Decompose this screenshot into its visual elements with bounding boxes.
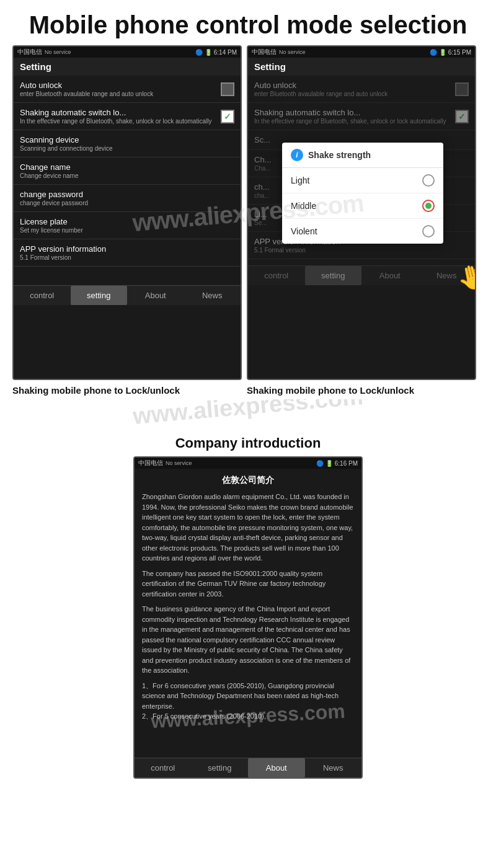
shake-popup-title: Shake strength [308,150,371,160]
company-nav-control[interactable]: control [135,758,192,777]
right-status-icons: 🔵 🔋 6:15 PM [430,49,471,56]
left-nav-control[interactable]: control [14,286,71,305]
right-ch1-title: Ch... [254,155,271,164]
shaking-checkbox[interactable] [221,110,234,123]
shake-option-middle[interactable]: Middle [282,193,443,219]
spacer-right [248,259,475,265]
company-time: 6:16 PM [335,460,358,467]
auto-unlock-text: Auto unlock enter Bluetooth avaulable ra… [20,81,153,97]
company-para-3: The business guidance agency of the Chin… [142,604,354,676]
change-name-text: Change name Change device name [20,162,79,179]
shake-strength-popup: i Shake strength Light Middle Violent [282,143,443,244]
right-auto-unlock-sub: enter Bluetooth avaulable range and auto… [254,91,388,97]
setting-row-change-name: Change name Change device name [14,157,241,185]
company-para-2: The company has passed the ISO9001:2000 … [142,569,354,600]
bluetooth-icon: 🔵 [195,49,203,56]
right-row-auto-unlock: Auto unlock enter Bluetooth avaulable ra… [248,76,475,103]
shake-option-light[interactable]: Light [282,168,443,193]
company-status-bar: 中国电信 No service 🔵 🔋 6:16 PM [135,458,361,469]
shake-violent-radio[interactable] [422,225,435,237]
left-phone-screen: 中国电信 No service 🔵 🔋 6:14 PM Setting Auto… [12,45,242,380]
scanning-text: Scanning device Scanning and connectiong… [20,135,113,152]
right-app-header: Setting [248,58,475,76]
left-status-icons: 🔵 🔋 6:14 PM [195,49,237,56]
right-sc-text: Sc... [254,135,270,144]
setting-row-change-password: change password change device password [14,185,241,212]
company-carrier: 中国电信 [138,459,163,467]
shaking-title: Shaking automatic switch lo... [20,108,211,117]
info-icon: i [291,149,303,161]
right-ch2-title: ch... [254,182,270,192]
carrier-right: 中国电信 [252,48,277,56]
right-shaking-sub: In the effective range of Bluetooth, sha… [254,118,446,125]
time-left: 6:14 PM [214,49,237,56]
right-status-left: 中国电信 No service [252,48,306,56]
setting-row-scanning: Scanning device Scanning and connectiong… [14,130,241,157]
auto-unlock-checkbox[interactable] [221,82,234,96]
right-phone-screen: 中国电信 No service 🔵 🔋 6:15 PM Setting Auto… [247,45,476,380]
app-version-sub: 5.1 Formal version [20,254,106,261]
right-li-sub: Se... [254,219,267,226]
left-status-left: 中国电信 No service [17,48,71,56]
auto-unlock-title: Auto unlock [20,81,153,90]
carrier-left: 中国电信 [17,48,42,56]
shake-middle-label: Middle [291,201,316,211]
change-name-sub: Change device name [20,172,79,179]
company-nav-news[interactable]: News [305,758,362,777]
right-bluetooth-icon: 🔵 [430,49,437,56]
company-status-left: 中国电信 No service [138,459,192,467]
phones-row: 中国电信 No service 🔵 🔋 6:14 PM Setting Auto… [0,45,496,380]
subtitle-left: Shaking mobile phone to Lock/unlock [12,385,242,396]
license-text: License plate Set my license number [20,217,83,234]
right-ch2-text: ch... cha... [254,182,270,199]
license-title: License plate [20,217,83,226]
right-shaking-title: Shaking automatic switch lo... [254,108,446,117]
right-shaking-checkbox[interactable] [455,110,469,123]
change-name-title: Change name [20,162,79,172]
shaking-text: Shaking automatic switch lo... In the ef… [20,108,211,125]
company-content: 佐敦公司简介 Zhongshan Giordon audio alarm equ… [135,469,361,732]
company-battery-icon: 🔋 [326,460,333,467]
company-nav-about[interactable]: About [248,758,305,777]
left-nav-setting[interactable]: setting [71,286,128,305]
setting-row-license: License plate Set my license number [14,212,241,239]
setting-row-app-version: APP version information 5.1 Formal versi… [14,239,241,267]
scanning-sub: Scanning and connectiong device [20,145,113,152]
right-auto-unlock-checkbox[interactable] [455,82,469,96]
right-status-bar: 中国电信 No service 🔵 🔋 6:15 PM [248,46,475,58]
shake-popup-header: i Shake strength [282,143,443,168]
right-auto-unlock-title: Auto unlock [254,81,388,90]
left-nav-bar: control setting About News [14,285,241,305]
company-para-4: 1、For 6 consecutive years (2005-2010), G… [142,681,354,722]
right-nav-setting[interactable]: setting [305,266,362,285]
no-service-left: No service [45,49,71,55]
no-service-right: No service [279,49,306,55]
company-para-1: Zhongshan Giordon audio alarm equipment … [142,492,354,564]
shake-light-radio[interactable] [422,174,435,187]
right-nav-about[interactable]: About [361,266,418,285]
right-nav-control[interactable]: control [248,266,305,285]
change-password-title: change password [20,190,88,199]
right-nav-bar: control setting About News [248,265,475,285]
app-version-text: APP version information 5.1 Formal versi… [20,244,106,261]
right-ch2-sub: cha... [254,192,270,199]
left-nav-about[interactable]: About [127,286,184,305]
shake-option-violent[interactable]: Violent [282,219,443,244]
company-nav-setting[interactable]: setting [192,758,249,777]
scanning-title: Scanning device [20,135,113,144]
auto-unlock-sub: enter Bluetooth avaulable range and auto… [20,91,153,97]
company-section: Company introduction 中国电信 No service 🔵 🔋… [0,430,496,779]
right-li-title: Li... [254,210,267,219]
right-li-text: Li... Se... [254,210,267,226]
company-cn-title: 佐敦公司简介 [142,474,354,487]
left-nav-news[interactable]: News [184,286,241,305]
shake-middle-radio[interactable] [422,200,435,212]
setting-row-auto-unlock: Auto unlock enter Bluetooth avaulable ra… [14,76,241,103]
spacer-left [14,267,241,285]
right-ch1-text: Ch... Cha... [254,155,271,172]
company-status-icons: 🔵 🔋 6:16 PM [316,460,358,467]
right-app-version-sub: 5.1 Formal version [254,247,340,254]
left-status-bar: 中国电信 No service 🔵 🔋 6:14 PM [14,46,241,58]
company-no-service: No service [166,460,192,466]
change-password-sub: change device password [20,200,88,206]
